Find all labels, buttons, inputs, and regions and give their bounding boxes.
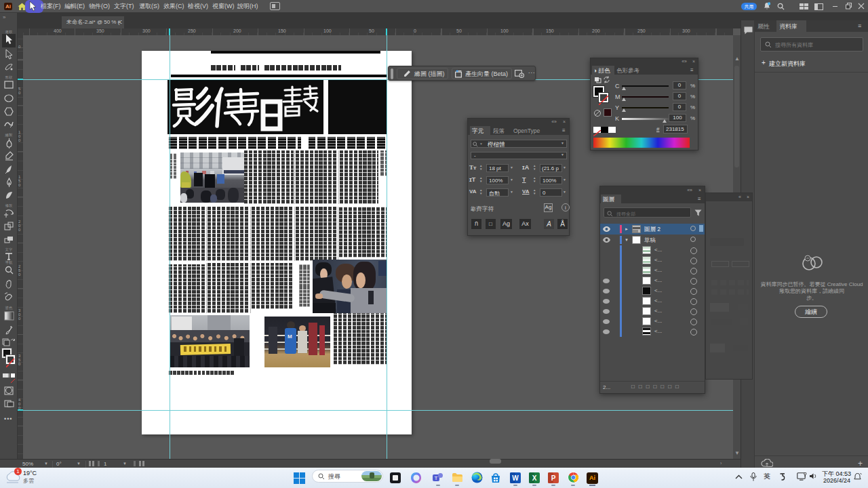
svg-text:W: W xyxy=(512,474,519,482)
svg-text:X: X xyxy=(532,474,537,482)
svg-text:P: P xyxy=(551,474,556,482)
svg-text:T: T xyxy=(435,475,438,481)
